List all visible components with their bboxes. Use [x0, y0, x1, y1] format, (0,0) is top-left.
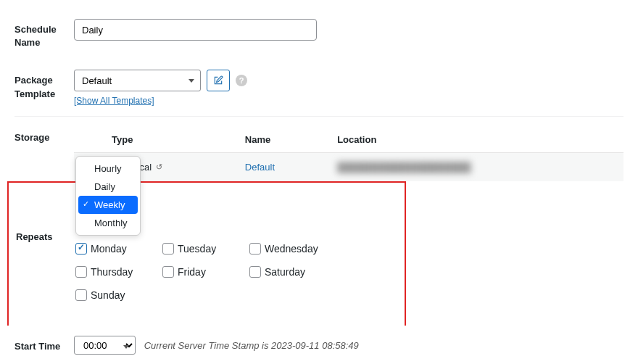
day-friday[interactable]: Friday — [162, 266, 249, 278]
server-time-hint: Current Server Time Stamp is 2023-09-11 … — [144, 340, 359, 351]
days-grid: Monday Tuesday Wednesday Thursday Friday… — [75, 243, 405, 313]
day-wednesday[interactable]: Wednesday — [249, 243, 336, 255]
schedule-name-row: Schedule Name — [14, 9, 624, 59]
day-friday-checkbox[interactable] — [162, 266, 174, 278]
storage-header-location: Location — [328, 127, 624, 153]
day-wednesday-checkbox[interactable] — [249, 243, 261, 255]
storage-label: Storage — [14, 127, 74, 144]
reset-icon: ↺ — [156, 162, 162, 172]
day-tuesday-checkbox[interactable] — [162, 243, 174, 255]
day-sunday[interactable]: Sunday — [75, 289, 162, 301]
day-thursday-checkbox[interactable] — [75, 266, 87, 278]
day-saturday-checkbox[interactable] — [249, 266, 261, 278]
start-time-row: Start Time 00:00 Current Server Time Sta… — [14, 326, 624, 364]
storage-header-name: Name — [236, 127, 328, 153]
repeats-row: Repeats Hourly Daily Weekly Monthly Mond… — [7, 181, 406, 326]
storage-name-link[interactable]: Default — [245, 162, 275, 173]
day-sunday-checkbox[interactable] — [75, 289, 87, 301]
day-thursday[interactable]: Thursday — [75, 266, 162, 278]
repeats-dropdown[interactable]: Hourly Daily Weekly Monthly — [75, 156, 141, 236]
storage-table: Type Name Location Local ↺ Default — [74, 127, 624, 181]
help-icon[interactable]: ? — [236, 75, 247, 86]
package-template-row: Package Template Default ? [Show All Tem… — [14, 59, 624, 117]
day-monday-checkbox[interactable] — [75, 243, 87, 255]
day-monday[interactable]: Monday — [75, 243, 162, 255]
storage-location-text: ████████████████████ — [337, 162, 471, 173]
repeats-option-hourly[interactable]: Hourly — [78, 160, 138, 178]
repeats-label: Repeats — [16, 196, 75, 244]
package-template-label: Package Template — [14, 70, 74, 100]
day-tuesday[interactable]: Tuesday — [162, 243, 249, 255]
storage-row-item: Local ↺ Default ████████████████████ — [74, 153, 624, 182]
package-template-select[interactable]: Default — [74, 70, 201, 91]
start-time-select[interactable]: 00:00 — [74, 336, 136, 355]
day-saturday[interactable]: Saturday — [249, 266, 336, 278]
edit-template-button[interactable] — [207, 70, 230, 91]
schedule-name-input[interactable] — [74, 19, 317, 41]
show-all-templates-link[interactable]: [Show All Templates] — [74, 96, 154, 106]
repeats-option-daily[interactable]: Daily — [78, 178, 138, 196]
start-time-label: Start Time — [14, 336, 74, 353]
repeats-option-weekly[interactable]: Weekly — [78, 196, 138, 214]
schedule-name-label: Schedule Name — [14, 19, 74, 49]
storage-header-type: Type — [103, 127, 236, 153]
repeats-option-monthly[interactable]: Monthly — [78, 214, 138, 232]
edit-icon — [213, 75, 223, 86]
